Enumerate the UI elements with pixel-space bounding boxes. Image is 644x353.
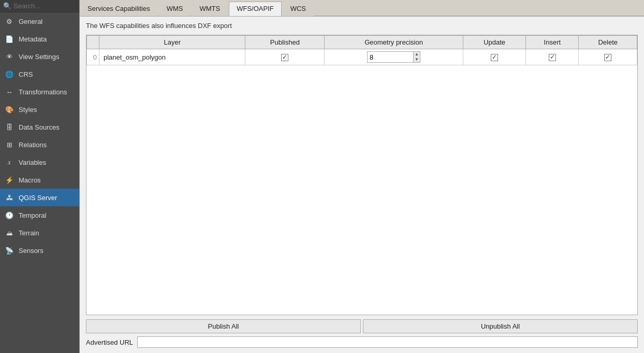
row-delete[interactable] bbox=[579, 49, 637, 65]
clock-icon: 🕐 bbox=[4, 210, 14, 220]
eye-icon: 👁 bbox=[4, 51, 14, 62]
row-update[interactable] bbox=[463, 49, 526, 65]
insert-checkbox[interactable] bbox=[549, 54, 556, 61]
spin-up[interactable]: ▲ bbox=[414, 52, 420, 57]
col-header-layer: Layer bbox=[99, 36, 245, 49]
publish-all-button[interactable]: Publish All bbox=[86, 319, 361, 333]
table-header-row: Layer Published Geometry precision Updat… bbox=[87, 36, 637, 49]
sensor-icon: 📡 bbox=[4, 245, 14, 256]
relations-icon: ⊞ bbox=[4, 139, 14, 150]
col-header-update: Update bbox=[463, 36, 526, 49]
sidebar-label-temporal: Temporal bbox=[19, 211, 46, 219]
unpublish-all-button[interactable]: Unpublish All bbox=[363, 319, 638, 333]
col-header-delete: Delete bbox=[579, 36, 637, 49]
sidebar-item-transformations[interactable]: ↔Transformations bbox=[0, 83, 79, 101]
server-icon: 🖧 bbox=[4, 192, 14, 203]
sidebar-item-general[interactable]: ⚙General bbox=[0, 12, 79, 30]
geometry-spin-buttons[interactable]: ▲▼ bbox=[414, 51, 420, 63]
sidebar: 🔍 ⚙General📄Metadata👁View Settings🌐CRS↔Tr… bbox=[0, 0, 79, 353]
sidebar-item-data-sources[interactable]: 🗄Data Sources bbox=[0, 118, 79, 136]
sidebar-item-metadata[interactable]: 📄Metadata bbox=[0, 30, 79, 48]
content-body: The WFS capabilities also influences DXF… bbox=[80, 17, 644, 353]
tabs-container: Services CapabilitiesWMSWMTSWFS/OAPIFWCS bbox=[80, 1, 315, 16]
sidebar-item-macros[interactable]: ⚡Macros bbox=[0, 171, 79, 189]
sidebar-label-view-settings: View Settings bbox=[19, 53, 60, 61]
spin-down[interactable]: ▼ bbox=[414, 57, 420, 62]
tab-wcs[interactable]: WCS bbox=[283, 2, 314, 16]
tab-wfs-oapif[interactable]: WFS/OAPIF bbox=[229, 2, 282, 16]
sidebar-item-styles[interactable]: 🎨Styles bbox=[0, 101, 79, 118]
tab-wms[interactable]: WMS bbox=[159, 2, 191, 16]
sidebar-item-crs[interactable]: 🌐CRS bbox=[0, 65, 79, 83]
sidebar-item-sensors[interactable]: 📡Sensors bbox=[0, 242, 79, 259]
sidebar-item-terrain[interactable]: ⛰Terrain bbox=[0, 224, 79, 242]
advertised-url-label: Advertised URL bbox=[86, 338, 133, 346]
sidebar-item-qgis-server[interactable]: 🖧QGIS Server bbox=[0, 189, 79, 206]
style-icon: 🎨 bbox=[4, 104, 14, 115]
sidebar-item-variables[interactable]: 𝑥Variables bbox=[0, 153, 79, 171]
sidebar-item-relations[interactable]: ⊞Relations bbox=[0, 136, 79, 153]
database-icon: 🗄 bbox=[4, 122, 14, 132]
sidebar-item-temporal[interactable]: 🕐Temporal bbox=[0, 206, 79, 224]
macro-icon: ⚡ bbox=[4, 175, 14, 185]
row-geometry-precision[interactable]: ▲▼ bbox=[325, 49, 463, 65]
advertised-url-input[interactable] bbox=[137, 336, 638, 348]
doc-icon: 📄 bbox=[4, 34, 14, 44]
sidebar-items: ⚙General📄Metadata👁View Settings🌐CRS↔Tran… bbox=[0, 12, 79, 259]
terrain-icon: ⛰ bbox=[4, 228, 14, 238]
tab-services-capabilities[interactable]: Services Capabilities bbox=[80, 2, 158, 16]
info-text: The WFS capabilities also influences DXF… bbox=[86, 22, 638, 30]
advertised-url-row: Advertised URL bbox=[86, 336, 638, 348]
sidebar-label-sensors: Sensors bbox=[19, 247, 43, 255]
update-checkbox[interactable] bbox=[491, 54, 498, 61]
search-icon: 🔍 bbox=[3, 2, 11, 10]
gear-icon: ⚙ bbox=[4, 16, 14, 26]
col-header-published: Published bbox=[245, 36, 325, 49]
layer-table: Layer Published Geometry precision Updat… bbox=[86, 35, 637, 65]
search-bar[interactable]: 🔍 bbox=[0, 0, 79, 12]
sidebar-label-terrain: Terrain bbox=[19, 229, 39, 237]
sidebar-label-qgis-server: QGIS Server bbox=[19, 194, 57, 202]
main-content: Services CapabilitiesWMSWMTSWFS/OAPIFWCS… bbox=[79, 0, 644, 353]
col-header-geometry: Geometry precision bbox=[325, 36, 463, 49]
sidebar-label-crs: CRS bbox=[19, 70, 33, 78]
row-layer-name: planet_osm_polygon bbox=[99, 49, 245, 65]
sidebar-label-macros: Macros bbox=[19, 176, 41, 184]
variable-icon: 𝑥 bbox=[4, 157, 14, 167]
sidebar-label-styles: Styles bbox=[19, 106, 37, 114]
sidebar-label-transformations: Transformations bbox=[19, 88, 67, 96]
globe-icon: 🌐 bbox=[4, 69, 14, 79]
transform-icon: ↔ bbox=[4, 87, 14, 97]
sidebar-item-view-settings[interactable]: 👁View Settings bbox=[0, 48, 79, 65]
col-header-empty bbox=[87, 36, 99, 49]
sidebar-label-variables: Variables bbox=[19, 159, 46, 166]
col-header-insert: Insert bbox=[526, 36, 579, 49]
delete-checkbox[interactable] bbox=[604, 54, 611, 61]
search-input[interactable] bbox=[13, 2, 76, 10]
sidebar-label-data-sources: Data Sources bbox=[19, 123, 60, 131]
published-checkbox[interactable] bbox=[281, 54, 288, 61]
row-number: 0 bbox=[87, 49, 99, 65]
tab-wmts[interactable]: WMTS bbox=[192, 2, 228, 16]
geometry-precision-input[interactable] bbox=[367, 51, 414, 63]
row-insert[interactable] bbox=[526, 49, 579, 65]
table-row: 0planet_osm_polygon▲▼ bbox=[87, 49, 637, 65]
row-published[interactable] bbox=[245, 49, 325, 65]
sidebar-label-relations: Relations bbox=[19, 141, 47, 149]
table-container: Layer Published Geometry precision Updat… bbox=[86, 35, 638, 315]
sidebar-label-metadata: Metadata bbox=[19, 35, 47, 43]
bottom-buttons: Publish All Unpublish All bbox=[86, 319, 638, 333]
sidebar-label-general: General bbox=[19, 18, 42, 25]
tabs-bar: Services CapabilitiesWMSWMTSWFS/OAPIFWCS bbox=[80, 0, 644, 17]
table-body: 0planet_osm_polygon▲▼ bbox=[87, 49, 637, 65]
